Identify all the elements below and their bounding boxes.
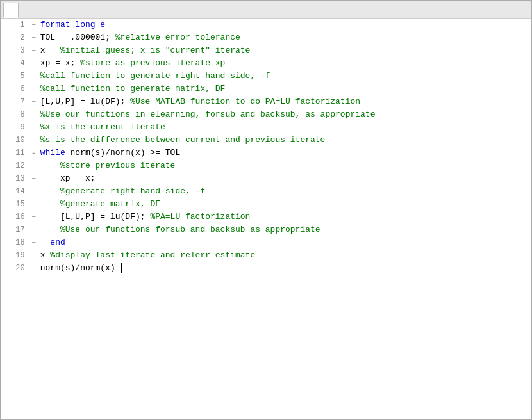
line-number: 17 — [1, 223, 29, 236]
code-token: end — [40, 238, 65, 247]
fold-icon[interactable]: − — [31, 150, 37, 156]
code-token: xp = x; — [40, 174, 96, 183]
code-line[interactable]: format long e — [39, 19, 531, 31]
line-number: 15 — [1, 198, 29, 211]
table-row: 13− xp = x; — [1, 172, 531, 185]
code-line[interactable]: norm(s)/norm(x) — [39, 262, 531, 275]
fold-indicator[interactable]: − — [29, 236, 39, 249]
code-line[interactable]: xp = x; — [39, 172, 531, 185]
fold-indicator — [29, 198, 39, 211]
fold-indicator[interactable]: − — [29, 44, 39, 57]
code-line[interactable]: %Use our functions forsub and backsub as… — [39, 223, 531, 236]
fold-indicator — [29, 185, 39, 198]
table-row: 15 %generate matrix, DF — [1, 198, 531, 211]
new-tab-button[interactable] — [21, 4, 34, 17]
code-token: while — [40, 148, 65, 158]
code-line[interactable]: x %display last iterate and relerr estim… — [39, 249, 531, 262]
code-token: %generate right-hand-side, -f — [40, 186, 205, 196]
fold-indicator[interactable]: − — [29, 31, 39, 44]
code-token: %x is the current iterate — [40, 122, 165, 132]
code-token: %Use our functions in elearning, forsub … — [40, 109, 376, 119]
fold-indicator — [29, 134, 39, 147]
line-number: 5 — [1, 70, 29, 83]
code-line[interactable]: %Use our functions in elearning, forsub … — [39, 108, 531, 121]
code-line[interactable]: [L,U,P] = lu(DF); %PA=LU factorization — [39, 211, 531, 223]
fold-indicator — [29, 159, 39, 172]
fold-indicator[interactable]: − — [29, 262, 39, 275]
table-row: 2−TOL = .000001; %relative error toleran… — [1, 31, 531, 44]
line-number: 18 — [1, 236, 29, 249]
code-token: %generate matrix, DF — [40, 199, 160, 209]
table-row: 10%s is the difference between current a… — [1, 134, 531, 147]
fold-indicator[interactable]: − — [29, 172, 39, 185]
table-row: 7−[L,U,P] = lu(DF); %Use MATLAB function… — [1, 95, 531, 108]
code-line[interactable]: while norm(s)/norm(x) >= TOL — [39, 147, 531, 159]
code-line[interactable]: TOL = .000001; %relative error tolerance — [39, 31, 531, 44]
line-number: 12 — [1, 159, 29, 172]
code-line[interactable]: %generate matrix, DF — [39, 198, 531, 211]
code-token: %PA=LU factorization — [150, 212, 250, 222]
code-token: TOL = .000001; — [40, 33, 115, 42]
fold-indicator[interactable]: − — [29, 211, 39, 223]
code-line[interactable]: %generate right-hand-side, -f — [39, 185, 531, 198]
table-row: 3−x = %initial guess; x is "current" ite… — [1, 44, 531, 57]
code-token: xp = x; — [40, 58, 80, 68]
table-row: 19−x %display last iterate and relerr es… — [1, 249, 531, 262]
code-token: %store previous iterate — [40, 161, 176, 170]
editor-tab[interactable] — [3, 3, 19, 18]
code-token: [L,U,P] = lu(DF); — [40, 212, 151, 222]
table-row: 17 %Use our functions forsub and backsub… — [1, 223, 531, 236]
table-row: 6%call function to generate matrix, DF — [1, 83, 531, 95]
table-row: 9%x is the current iterate — [1, 121, 531, 134]
table-row: 8%Use our functions in elearning, forsub… — [1, 108, 531, 121]
fold-indicator[interactable]: − — [29, 19, 39, 31]
line-number: 16 — [1, 211, 29, 223]
line-number: 3 — [1, 44, 29, 57]
table-row: 4xp = x; %store as previous iterate xp — [1, 57, 531, 70]
code-line[interactable]: [L,U,P] = lu(DF); %Use MATLAB function t… — [39, 95, 531, 108]
line-number: 10 — [1, 134, 29, 147]
code-line[interactable]: %s is the difference between current and… — [39, 134, 531, 147]
table-row: 11−while norm(s)/norm(x) >= TOL — [1, 147, 531, 159]
code-line[interactable]: xp = x; %store as previous iterate xp — [39, 57, 531, 70]
table-row: 18− end — [1, 236, 531, 249]
code-token: x — [40, 250, 51, 260]
fold-indicator — [29, 57, 39, 70]
line-number: 1 — [1, 19, 29, 31]
table-row: 12 %store previous iterate — [1, 159, 531, 172]
fold-indicator — [29, 83, 39, 95]
code-line[interactable]: %store previous iterate — [39, 159, 531, 172]
fold-indicator[interactable]: − — [29, 249, 39, 262]
table-row: 1−format long e — [1, 19, 531, 31]
table-row: 14 %generate right-hand-side, -f — [1, 185, 531, 198]
code-token: %Use MATLAB function to do PA=LU factori… — [130, 97, 360, 106]
line-number: 20 — [1, 262, 29, 275]
code-token: %s is the difference between current and… — [40, 135, 326, 145]
text-cursor — [115, 263, 122, 273]
line-number: 13 — [1, 172, 29, 185]
code-token: [L,U,P] = lu(DF); — [40, 97, 130, 106]
fold-indicator[interactable]: − — [29, 147, 39, 159]
fold-indicator[interactable]: − — [29, 95, 39, 108]
line-number: 2 — [1, 31, 29, 44]
code-line[interactable]: x = %initial guess; x is "current" itera… — [39, 44, 531, 57]
line-number: 9 — [1, 121, 29, 134]
title-bar — [1, 1, 531, 19]
line-number: 8 — [1, 108, 29, 121]
code-line[interactable]: %call function to generate matrix, DF — [39, 83, 531, 95]
line-number: 19 — [1, 249, 29, 262]
code-token: x = — [40, 45, 60, 55]
code-line[interactable]: %call function to generate right-hand-si… — [39, 70, 531, 83]
code-line[interactable]: %x is the current iterate — [39, 121, 531, 134]
code-editor[interactable]: 1−format long e2−TOL = .000001; %relativ… — [1, 19, 531, 355]
fold-indicator — [29, 70, 39, 83]
line-number: 7 — [1, 95, 29, 108]
bottom-padding — [1, 355, 531, 419]
code-table: 1−format long e2−TOL = .000001; %relativ… — [1, 19, 531, 275]
table-row: 16− [L,U,P] = lu(DF); %PA=LU factorizati… — [1, 211, 531, 223]
code-token: norm(s)/norm(x) >= TOL — [65, 148, 180, 158]
code-token: format long e — [40, 20, 105, 29]
table-row: 5%call function to generate right-hand-s… — [1, 70, 531, 83]
table-row: 20−norm(s)/norm(x) — [1, 262, 531, 275]
code-line[interactable]: end — [39, 236, 531, 249]
